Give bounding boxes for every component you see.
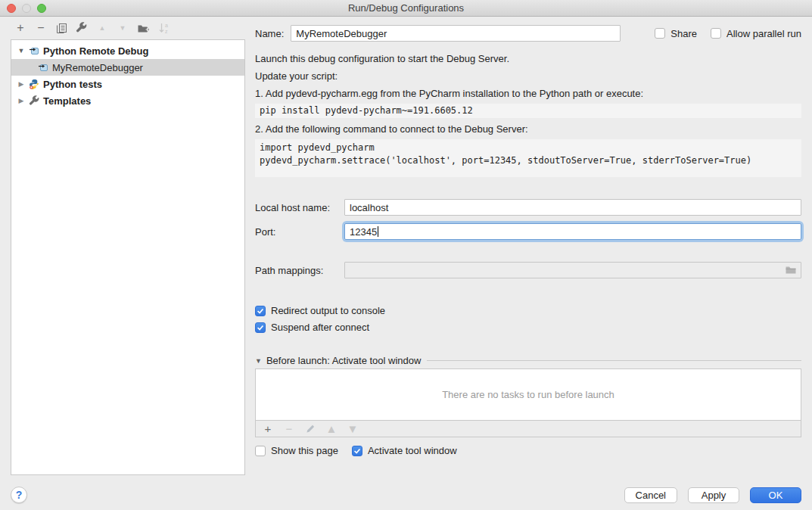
before-launch-task-panel: There are no tasks to run before launch … (255, 369, 801, 437)
collapsed-arrow-icon[interactable]: ▶ (16, 80, 26, 88)
remove-task-button[interactable]: − (283, 423, 295, 435)
window-title: Run/Debug Configurations (0, 2, 812, 14)
allow-parallel-run-label: Allow parallel run (726, 28, 801, 39)
before-launch-section-header[interactable]: ▼ Before launch: Activate tool window (255, 355, 801, 366)
python-tests-icon (28, 78, 40, 90)
empty-task-list: There are no tasks to run before launch (256, 369, 801, 420)
copy-configuration-icon[interactable] (55, 22, 67, 34)
suspend-after-connect-checkbox[interactable]: Suspend after connect (255, 322, 801, 333)
remote-debug-config-icon (28, 45, 40, 57)
settrace-code-snippet: import pydevd_pycharm pydevd_pycharm.set… (255, 139, 801, 177)
move-up-button[interactable]: ▲ (96, 22, 108, 34)
remove-configuration-button[interactable]: − (35, 22, 47, 34)
minimize-window-button[interactable] (22, 4, 31, 13)
show-this-page-checkbox[interactable]: Show this page (255, 445, 338, 456)
templates-wrench-icon (28, 95, 40, 107)
edit-templates-wrench-icon[interactable] (76, 22, 88, 34)
update-script-text: Update your script: (255, 70, 801, 82)
section-collapse-arrow-icon[interactable]: ▼ (255, 357, 262, 365)
checkbox-unchecked-icon (655, 28, 665, 39)
dialog-footer: ? Cancel Apply OK (0, 480, 812, 510)
checkbox-checked-icon (255, 322, 266, 333)
tree-item-label: Python tests (43, 79, 102, 90)
configuration-form: Name: Share Allow parallel run Launch th… (245, 17, 812, 480)
title-bar: Run/Debug Configurations (0, 0, 812, 17)
help-button[interactable]: ? (11, 487, 27, 503)
redirect-output-checkbox[interactable]: Redirect output to console (255, 305, 801, 316)
expanded-arrow-icon[interactable]: ▼ (16, 47, 26, 54)
pip-install-command: pip install pydevd-pycharm~=191.6605.12 (255, 104, 801, 118)
local-host-name-input[interactable] (344, 199, 801, 216)
launch-instruction-text: Launch this debug configuration to start… (255, 53, 801, 65)
name-input[interactable] (291, 25, 621, 42)
name-label: Name: (255, 28, 284, 39)
path-mappings-input[interactable] (344, 262, 801, 278)
configurations-toolbar: + − ▲ ▼ az (11, 17, 245, 39)
activate-tool-window-checkbox[interactable]: Activate tool window (352, 445, 457, 456)
edit-task-pencil-icon[interactable] (304, 423, 316, 435)
suspend-after-connect-label: Suspend after connect (271, 322, 369, 333)
share-label: Share (670, 28, 697, 39)
section-divider (427, 360, 801, 361)
configurations-sidebar: + − ▲ ▼ az ▼ Python Remote D (0, 17, 245, 480)
browse-folder-icon[interactable] (785, 265, 797, 275)
checkbox-unchecked-icon (255, 446, 266, 456)
configurations-tree: ▼ Python Remote Debug MyRemoteDebugger ▶… (11, 39, 245, 475)
port-label: Port: (255, 226, 344, 238)
show-this-page-label: Show this page (271, 445, 338, 456)
svg-text:z: z (165, 29, 168, 34)
tree-item-templates[interactable]: ▶ Templates (11, 92, 244, 109)
local-host-name-label: Local host name: (255, 202, 344, 213)
port-input[interactable]: 12345 (344, 223, 801, 240)
move-down-button[interactable]: ▼ (117, 22, 129, 34)
path-mappings-label: Path mappings: (255, 265, 344, 276)
tree-item-label: Templates (43, 95, 91, 107)
text-cursor (378, 226, 378, 237)
checkbox-checked-icon (352, 446, 362, 456)
add-task-button[interactable]: + (262, 423, 274, 435)
checkbox-unchecked-icon (711, 28, 721, 39)
before-launch-title: Before launch: Activate tool window (266, 355, 422, 366)
tree-item-myremotedebugger[interactable]: MyRemoteDebugger (11, 59, 244, 76)
add-configuration-button[interactable]: + (14, 22, 26, 34)
tree-item-python-remote-debug[interactable]: ▼ Python Remote Debug (11, 42, 244, 59)
allow-parallel-run-checkbox[interactable]: Allow parallel run (711, 28, 801, 39)
step2-text: 2. Add the following command to connect … (255, 123, 801, 135)
collapsed-arrow-icon[interactable]: ▶ (16, 97, 26, 104)
sort-configurations-button[interactable]: az (157, 22, 170, 34)
apply-button[interactable]: Apply (688, 487, 739, 503)
redirect-output-label: Redirect output to console (271, 305, 385, 316)
activate-tool-window-label: Activate tool window (368, 445, 457, 456)
tree-item-label: MyRemoteDebugger (52, 62, 143, 73)
cancel-button[interactable]: Cancel (624, 487, 677, 503)
task-list-toolbar: + − ▲ ▼ (256, 420, 801, 437)
new-folder-button[interactable] (137, 22, 149, 34)
step1-text: 1. Add pydevd-pycharm.egg from the PyCha… (255, 88, 801, 100)
tree-item-python-tests[interactable]: ▶ Python tests (11, 76, 244, 92)
tree-item-label: Python Remote Debug (43, 45, 148, 57)
traffic-lights (7, 4, 46, 13)
port-value-text: 12345 (350, 226, 377, 238)
share-checkbox[interactable]: Share (655, 28, 697, 39)
ok-button[interactable]: OK (750, 487, 801, 503)
move-task-up-button[interactable]: ▲ (325, 423, 338, 435)
zoom-window-button[interactable] (37, 4, 46, 13)
move-task-down-button[interactable]: ▼ (347, 423, 359, 435)
remote-debug-config-icon (37, 61, 49, 73)
checkbox-checked-icon (255, 306, 266, 316)
close-window-button[interactable] (7, 4, 16, 13)
svg-text:a: a (165, 23, 168, 28)
